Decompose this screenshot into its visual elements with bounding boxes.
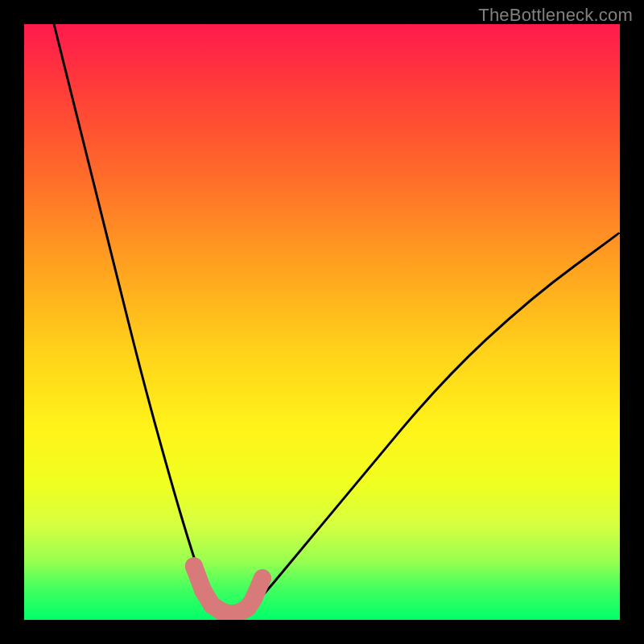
trough-marker-endpoint	[185, 557, 203, 575]
chart-frame: TheBottleneck.com	[0, 0, 644, 644]
plot-area	[24, 24, 620, 620]
bottleneck-curve	[24, 24, 620, 620]
trough-marker-endpoint	[254, 569, 271, 587]
curve-path	[54, 24, 620, 614]
watermark-label: TheBottleneck.com	[478, 5, 633, 26]
